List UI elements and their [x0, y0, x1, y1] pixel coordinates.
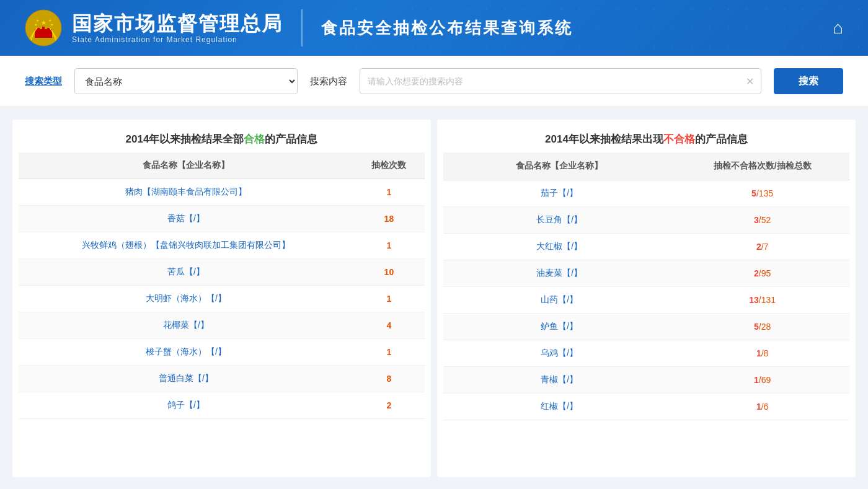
svg-text:★: ★: [41, 19, 46, 26]
product-name: 猪肉【湖南颐丰食品有限公司】: [19, 179, 353, 206]
svg-rect-2: [35, 29, 52, 38]
fail-ratio: 5/135: [675, 180, 849, 206]
header-brand: ★ ★ ★ ★ ★ 国家市场监督管理总局 State Administratio…: [25, 9, 303, 46]
product-name: 山药【/】: [443, 286, 675, 313]
table-row[interactable]: 花椰菜【/】 4: [19, 312, 425, 339]
product-name: 梭子蟹（海水）【/】: [19, 339, 353, 366]
check-count: 4: [353, 312, 425, 339]
fail-ratio: 5/28: [675, 313, 849, 340]
check-count: 1: [353, 286, 425, 312]
fail-ratio: 2/95: [675, 260, 849, 286]
svg-text:★: ★: [34, 23, 37, 27]
fail-ratio: 1/6: [675, 393, 849, 420]
product-name: 花椰菜【/】: [19, 312, 353, 339]
product-name: 乌鸡【/】: [443, 340, 675, 366]
search-type-select[interactable]: 食品名称 企业名称 产品批次: [74, 68, 298, 94]
right-panel-table-wrap: 食品名称【企业名称】 抽检不合格次数/抽检总数 茄子【/】 5/135 长豆角【…: [437, 152, 856, 420]
check-count: 18: [353, 206, 425, 232]
table-row[interactable]: 普通白菜【/】 8: [19, 366, 425, 392]
product-name: 青椒【/】: [443, 366, 675, 393]
left-panel-header: 2014年以来抽检结果全部合格的产品信息: [12, 120, 431, 152]
table-row[interactable]: 红椒【/】 1/6: [443, 393, 849, 420]
table-row[interactable]: 香菇【/】 18: [19, 206, 425, 232]
left-col-count: 抽检次数: [353, 152, 425, 179]
product-name: 茄子【/】: [443, 180, 675, 206]
svg-text:★: ★: [48, 19, 51, 22]
check-count: 10: [353, 259, 425, 286]
table-row[interactable]: 大明虾（海水）【/】 1: [19, 286, 425, 312]
svg-rect-5: [47, 28, 50, 30]
org-name-block: 国家市场监督管理总局 State Administration for Mark…: [72, 12, 283, 44]
system-title: 食品安全抽检公布结果查询系统: [321, 17, 833, 39]
check-count: 2: [353, 392, 425, 419]
check-count: 1: [353, 179, 425, 206]
product-name: 普通白菜【/】: [19, 366, 353, 392]
table-row[interactable]: 茄子【/】 5/135: [443, 180, 849, 206]
table-row[interactable]: 山药【/】 13/131: [443, 286, 849, 313]
left-panel-table-wrap: 食品名称【企业名称】 抽检次数 猪肉【湖南颐丰食品有限公司】 1 香菇【/】 1…: [12, 152, 431, 419]
left-col-name: 食品名称【企业名称】: [19, 152, 353, 179]
search-button[interactable]: 搜索: [774, 68, 843, 94]
fail-ratio: 1/8: [675, 340, 849, 366]
search-input[interactable]: [360, 68, 761, 94]
fail-ratio: 1/69: [675, 366, 849, 393]
check-count: 1: [353, 339, 425, 366]
svg-rect-4: [42, 27, 45, 30]
product-name: 大红椒【/】: [443, 233, 675, 260]
table-row[interactable]: 鸽子【/】 2: [19, 392, 425, 419]
right-panel-header: 2014年以来抽检结果出现不合格的产品信息: [437, 120, 856, 152]
table-row[interactable]: 大红椒【/】 2/7: [443, 233, 849, 260]
org-name-en: State Administration for Market Regulati…: [72, 35, 283, 44]
product-name: 长豆角【/】: [443, 206, 675, 233]
table-row[interactable]: 苦瓜【/】 10: [19, 259, 425, 286]
right-col-name: 食品名称【企业名称】: [443, 152, 675, 180]
national-emblem: ★ ★ ★ ★ ★: [25, 9, 62, 46]
product-name: 香菇【/】: [19, 206, 353, 232]
check-count: 8: [353, 366, 425, 392]
table-row[interactable]: 梭子蟹（海水）【/】 1: [19, 339, 425, 366]
clear-icon[interactable]: ✕: [746, 76, 754, 87]
check-count: 1: [353, 232, 425, 259]
right-panel: 2014年以来抽检结果出现不合格的产品信息 食品名称【企业名称】 抽检不合格次数…: [437, 120, 856, 477]
svg-text:★: ★: [36, 19, 39, 22]
right-panel-table: 食品名称【企业名称】 抽检不合格次数/抽检总数 茄子【/】 5/135 长豆角【…: [443, 152, 849, 420]
left-panel: 2014年以来抽检结果全部合格的产品信息 食品名称【企业名称】 抽检次数 猪肉【…: [12, 120, 431, 477]
home-icon[interactable]: ⌂: [833, 18, 843, 38]
table-row[interactable]: 兴牧鲜鸡（翅根）【盘锦兴牧肉联加工集团有限公司】 1: [19, 232, 425, 259]
search-type-label: 搜索类型: [25, 76, 62, 87]
table-row[interactable]: 鲈鱼【/】 5/28: [443, 313, 849, 340]
product-name: 鸽子【/】: [19, 392, 353, 419]
org-name-cn: 国家市场监督管理总局: [72, 12, 283, 35]
header: ★ ★ ★ ★ ★ 国家市场监督管理总局 State Administratio…: [0, 0, 868, 56]
product-name: 兴牧鲜鸡（翅根）【盘锦兴牧肉联加工集团有限公司】: [19, 232, 353, 259]
fail-ratio: 2/7: [675, 233, 849, 260]
main-content: 2014年以来抽检结果全部合格的产品信息 食品名称【企业名称】 抽检次数 猪肉【…: [0, 107, 868, 489]
table-row[interactable]: 青椒【/】 1/69: [443, 366, 849, 393]
table-row[interactable]: 猪肉【湖南颐丰食品有限公司】 1: [19, 179, 425, 206]
product-name: 大明虾（海水）【/】: [19, 286, 353, 312]
product-name: 苦瓜【/】: [19, 259, 353, 286]
table-row[interactable]: 长豆角【/】 3/52: [443, 206, 849, 233]
table-row[interactable]: 油麦菜【/】 2/95: [443, 260, 849, 286]
product-name: 红椒【/】: [443, 393, 675, 420]
fail-ratio: 3/52: [675, 206, 849, 233]
search-bar: 搜索类型 食品名称 企业名称 产品批次 搜索内容 ✕ 搜索: [0, 56, 868, 107]
right-col-ratio: 抽检不合格次数/抽检总数: [675, 152, 849, 180]
svg-rect-3: [37, 28, 40, 30]
search-content-label: 搜索内容: [310, 76, 347, 87]
table-row[interactable]: 乌鸡【/】 1/8: [443, 340, 849, 366]
product-name: 油麦菜【/】: [443, 260, 675, 286]
search-input-wrap: ✕: [360, 68, 761, 94]
product-name: 鲈鱼【/】: [443, 313, 675, 340]
left-panel-table: 食品名称【企业名称】 抽检次数 猪肉【湖南颐丰食品有限公司】 1 香菇【/】 1…: [19, 152, 425, 419]
svg-text:★: ★: [50, 23, 53, 27]
fail-ratio: 13/131: [675, 286, 849, 313]
